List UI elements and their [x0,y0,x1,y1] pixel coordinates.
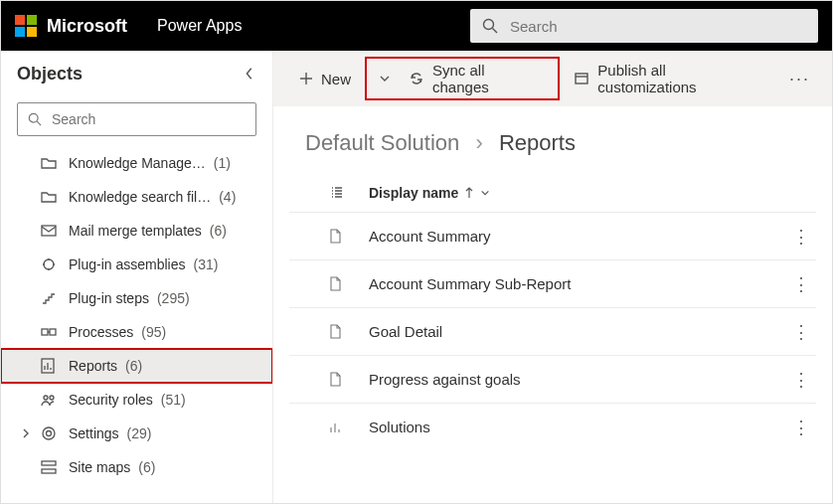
tree-item-reports[interactable]: Reports(6) [1,349,272,383]
row-display-name: Account Summary [369,228,786,245]
svg-line-3 [37,121,41,125]
svg-rect-15 [42,469,56,473]
command-overflow-button[interactable]: ··· [783,69,816,89]
chevron-right-icon: › [475,130,482,155]
tree-item-settings[interactable]: Settings(29) [1,417,272,450]
svg-rect-7 [50,329,56,335]
tree-item-mail-merge-templates[interactable]: Mail merge templates(6) [1,214,272,248]
objects-panel: Objects Knowledge Manage…(1)Knowledge se… [1,51,273,503]
tree-item-site-maps[interactable]: Site maps(6) [1,450,272,484]
objects-tree: Knowledge Manage…(1)Knowledge search fil… [1,146,272,503]
svg-point-2 [29,113,38,122]
tree-item-count: (6) [210,223,227,239]
brand-name: Microsoft [47,16,127,37]
grid-header-row: Display name [289,174,816,212]
microsoft-logo-icon [15,15,37,37]
grid-row[interactable]: Goal Detail⋮ [289,307,816,355]
tree-item-count: (95) [141,324,166,340]
publish-all-button[interactable]: Publish all customizations [564,61,777,96]
publish-icon [574,71,589,86]
tree-item-count: (31) [194,256,219,272]
tree-item-label: Knowledge Manage… [69,155,206,171]
tree-item-plug-in-steps[interactable]: Plug-in steps(295) [1,281,272,315]
document-icon [329,229,369,244]
new-button-label: New [321,71,351,87]
global-search[interactable] [470,9,818,43]
svg-rect-16 [576,74,587,84]
svg-point-11 [50,396,54,400]
tree-item-security-roles[interactable]: Security roles(51) [1,383,272,417]
sync-group-highlight: Sync all changes [367,59,558,98]
tree-item-count: (6) [138,459,155,475]
objects-search[interactable] [17,102,256,136]
reports-grid: Display name Account Summary⋮Account Sum… [273,174,832,450]
expand-icon[interactable] [19,428,33,438]
chevron-down-icon [480,188,490,198]
tree-item-label: Mail merge templates [69,223,202,239]
svg-point-10 [44,396,48,400]
tree-item-knowledge-search-fil[interactable]: Knowledge search fil…(4) [1,180,272,214]
roles-icon [41,393,59,407]
tree-item-count: (51) [161,392,186,408]
grid-row[interactable]: Solutions⋮ [289,403,816,450]
tree-item-label: Site maps [69,459,130,475]
row-more-button[interactable]: ⋮ [786,369,816,391]
app-header: Microsoft Power Apps [1,1,832,51]
row-more-button[interactable]: ⋮ [786,273,816,295]
app-name: Power Apps [157,17,242,35]
new-dropdown-button[interactable] [371,61,399,96]
tree-item-label: Knowledge search fil… [69,189,211,205]
row-more-button[interactable]: ⋮ [786,321,816,343]
svg-rect-4 [42,226,56,236]
tree-item-label: Security roles [69,392,153,408]
new-button[interactable]: New [289,61,361,96]
svg-point-13 [43,427,55,439]
svg-point-5 [44,259,54,269]
tree-item-count: (4) [219,189,236,205]
mail-icon [41,224,59,238]
plus-icon [299,72,313,85]
settings-icon [41,425,59,441]
search-icon [28,112,42,126]
row-display-name: Solutions [369,419,786,435]
tree-item-label: Reports [69,358,117,374]
grid-row[interactable]: Progress against goals⋮ [289,355,816,403]
collapse-panel-button[interactable] [243,67,256,81]
tree-item-plug-in-assemblies[interactable]: Plug-in assemblies(31) [1,248,272,281]
svg-point-0 [484,20,494,30]
grid-row[interactable]: Account Summary⋮ [289,212,816,259]
list-view-icon[interactable] [329,185,369,201]
tree-item-knowledge-manage[interactable]: Knowledge Manage…(1) [1,146,272,180]
svg-point-12 [47,431,52,436]
tree-item-label: Processes [69,324,133,340]
tree-item-count: (295) [157,290,190,306]
breadcrumb-current: Reports [499,130,576,155]
document-icon [329,372,369,387]
tree-item-label: Settings [69,425,119,441]
tree-item-count: (6) [125,358,142,374]
tree-item-processes[interactable]: Processes(95) [1,315,272,349]
grid-row[interactable]: Account Summary Sub-Report⋮ [289,259,816,307]
sync-icon [409,71,424,86]
breadcrumb-root[interactable]: Default Solution [305,130,459,155]
sitemap-icon [41,460,59,474]
command-bar: New Sync all changes [273,51,832,106]
tree-item-label: Plug-in assemblies [69,256,186,272]
sync-all-button[interactable]: Sync all changes [399,61,554,96]
folder-icon [41,156,59,170]
svg-rect-14 [42,461,56,465]
process-icon [41,325,59,339]
chart-icon [329,420,369,434]
global-search-input[interactable] [508,17,806,36]
objects-panel-title: Objects [17,64,83,84]
row-more-button[interactable]: ⋮ [786,417,816,438]
tree-item-count: (29) [127,425,152,441]
column-header-display-name[interactable]: Display name [369,185,490,201]
chevron-down-icon [379,73,391,84]
row-more-button[interactable]: ⋮ [786,226,816,248]
row-display-name: Account Summary Sub-Report [369,275,786,292]
row-display-name: Goal Detail [369,323,786,340]
svg-rect-6 [42,329,48,335]
breadcrumb: Default Solution › Reports [273,106,832,174]
objects-search-input[interactable] [50,110,246,128]
